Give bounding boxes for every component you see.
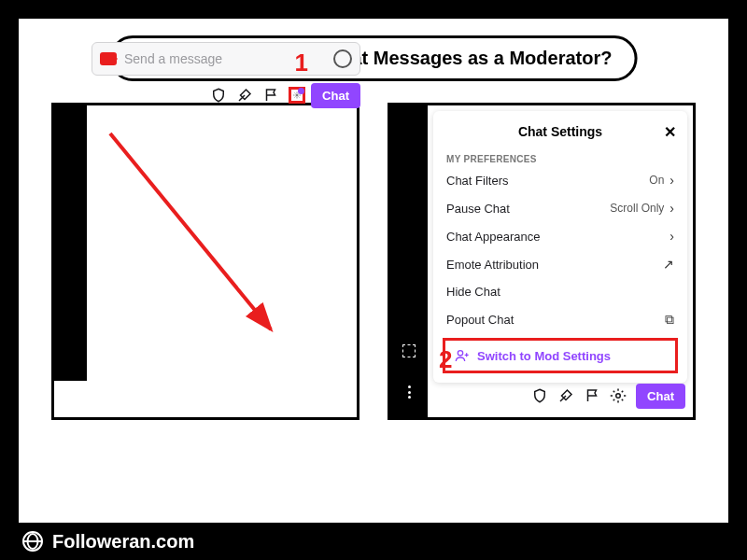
svg-point-3 — [616, 394, 621, 399]
chat-send-button[interactable]: Chat — [311, 83, 360, 108]
pref-label: Chat Filters — [446, 174, 508, 188]
instruction-arrow-icon — [103, 126, 308, 350]
pref-popout-chat[interactable]: Popout Chat ⧉ — [433, 305, 687, 334]
emoji-picker-icon[interactable] — [333, 49, 352, 68]
step-panel-2: Chat Settings ✕ MY PREFERENCES Chat Filt… — [388, 103, 696, 420]
chat-toolbar: Chat — [433, 382, 685, 410]
pref-label: Pause Chat — [446, 202, 510, 216]
step-panel-1: Send a message — [51, 103, 359, 420]
popup-header: Chat Settings ✕ — [433, 120, 687, 148]
mod-badge-icon[interactable] — [262, 87, 279, 104]
video-player-edge — [54, 105, 87, 381]
outer-frame: How to Delete Twitch Chat Messages as a … — [0, 0, 747, 560]
mod-switch-label: Switch to Mod Settings — [477, 349, 611, 363]
chevron-right-icon: › — [669, 173, 674, 188]
section-my-preferences: MY PREFERENCES — [433, 148, 687, 166]
pref-label: Chat Appearance — [446, 230, 540, 244]
chat-toolbar: Chat — [92, 81, 360, 109]
svg-point-0 — [296, 94, 298, 96]
sword-icon[interactable] — [557, 387, 574, 404]
video-player-edge — [390, 105, 428, 417]
pref-value: ↗ — [663, 257, 674, 272]
globe-icon — [22, 531, 43, 552]
settings-gear-icon[interactable] — [289, 87, 305, 104]
switch-mod-settings-button[interactable]: Switch to Mod Settings — [443, 338, 678, 373]
shield-icon[interactable] — [210, 87, 227, 104]
popout-icon: ⧉ — [665, 312, 674, 328]
pref-pause-chat[interactable]: Pause Chat Scroll Only› — [433, 194, 687, 222]
pref-label: Popout Chat — [446, 313, 514, 327]
chevron-right-icon: › — [669, 229, 674, 244]
external-link-icon: ↗ — [663, 257, 674, 272]
chat-settings-popup: Chat Settings ✕ MY PREFERENCES Chat Filt… — [433, 111, 687, 383]
camera-icon — [100, 52, 117, 65]
pref-hide-chat[interactable]: Hide Chat — [433, 278, 687, 305]
step-number-2: 2 — [439, 345, 452, 374]
pref-label: Emote Attribution — [446, 258, 539, 272]
chat-input-row: Send a message — [92, 42, 360, 76]
step-number-1: 1 — [295, 49, 308, 77]
pref-chat-filters[interactable]: Chat Filters On› — [433, 166, 687, 194]
pref-label: Hide Chat — [446, 285, 500, 299]
popup-title: Chat Settings — [518, 124, 602, 139]
pref-value: Scroll Only› — [610, 201, 674, 216]
settings-gear-icon[interactable] — [610, 387, 627, 404]
shield-icon[interactable] — [531, 387, 548, 404]
panels-row: Send a message — [19, 103, 728, 420]
footer-brand-bar: Followeran.com — [0, 523, 747, 560]
pref-emote-attribution[interactable]: Emote Attribution ↗ — [433, 250, 687, 278]
notification-dot-icon — [298, 88, 304, 94]
sword-icon[interactable] — [236, 87, 253, 104]
chat-send-button[interactable]: Chat — [636, 384, 685, 409]
pref-value: › — [669, 229, 674, 244]
more-options-icon[interactable] — [408, 385, 411, 399]
pref-chat-appearance[interactable]: Chat Appearance › — [433, 222, 687, 250]
pref-value: On› — [649, 173, 674, 188]
svg-line-1 — [110, 133, 271, 329]
brand-name: Followeran.com — [52, 531, 194, 553]
inner-canvas: How to Delete Twitch Chat Messages as a … — [19, 19, 728, 541]
pref-value: ⧉ — [665, 312, 674, 328]
person-plus-icon — [455, 348, 470, 363]
fullscreen-icon[interactable] — [402, 344, 416, 357]
chevron-right-icon: › — [669, 201, 674, 216]
close-icon[interactable]: ✕ — [664, 123, 676, 141]
mod-badge-icon[interactable] — [584, 387, 600, 404]
svg-point-2 — [458, 351, 462, 356]
